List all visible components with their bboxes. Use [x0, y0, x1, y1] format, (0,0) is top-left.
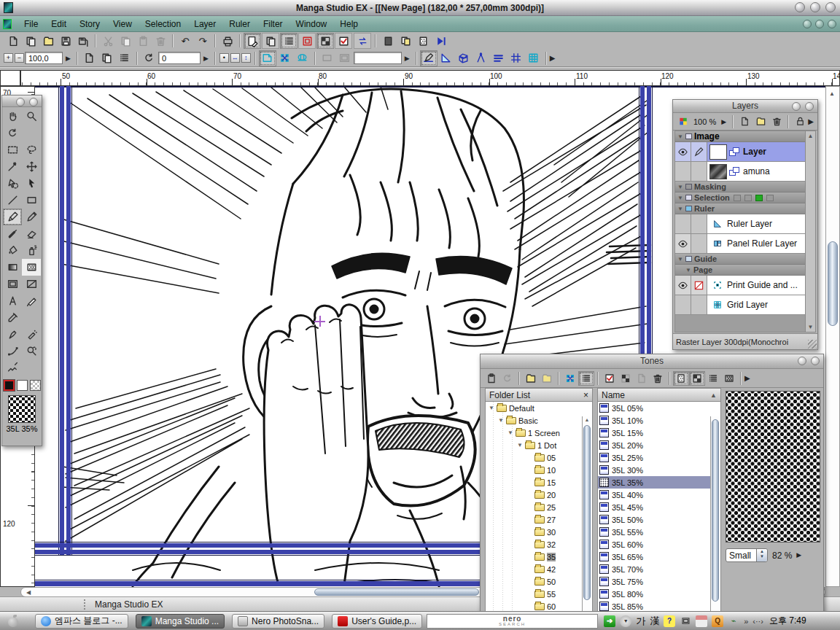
tool-loupe-select[interactable] [22, 343, 41, 359]
tool-correction[interactable] [22, 292, 41, 309]
tool-shape[interactable] [22, 192, 41, 209]
layers-collapse-button[interactable] [792, 102, 801, 111]
paste-tone-button[interactable] [483, 371, 499, 386]
toolbox-title-bar[interactable] [2, 96, 42, 107]
tone-pane-toggle-3[interactable] [705, 371, 721, 386]
tone-list-item[interactable]: 35L 20% [598, 439, 711, 451]
title-bar[interactable]: Manga Studio EX - [[New Page] (182,00 * … [0, 0, 840, 16]
expand-triangle-icon[interactable]: ▼ [498, 417, 504, 424]
tool-rotate-canvas[interactable] [3, 125, 22, 141]
layers-menu-arrow[interactable]: ▶ [808, 117, 814, 126]
taskbar-task-button[interactable]: Nero PhotoSna... [232, 614, 324, 629]
close-button[interactable] [825, 2, 836, 12]
language-bar-icon[interactable]: ➔ [604, 615, 615, 627]
undo-button[interactable]: ↶ [176, 33, 194, 49]
preview-menu-arrow[interactable]: ▶ [796, 551, 801, 560]
tone-list-item[interactable]: 35L 10% [598, 414, 711, 427]
tool-marquee[interactable] [3, 141, 22, 158]
toolbar-overflow-arrow[interactable]: ▶ [550, 53, 556, 63]
taskbar-task-button[interactable]: Manga Studio ... [136, 614, 225, 629]
tone-list-header[interactable]: Name ▲ [597, 388, 721, 402]
collapse-triangle-icon[interactable]: ▼ [677, 133, 683, 140]
story-pages-button[interactable] [397, 33, 414, 49]
layer-name[interactable]: Print Guide and ... [727, 280, 798, 290]
collapse-triangle-icon[interactable]: ▼ [685, 267, 691, 273]
lock-layer-button[interactable] [792, 114, 808, 129]
folder-tree-row[interactable]: ▼ 25 [486, 501, 583, 513]
tones-close-button[interactable] [811, 357, 820, 365]
toolbox-close-button[interactable] [29, 98, 38, 106]
draw-cell[interactable] [691, 162, 707, 181]
scroll-up-arrow[interactable]: ▲ [806, 131, 815, 139]
name-column-header[interactable]: Name [602, 390, 625, 400]
rotate-value-field[interactable]: 0 [158, 52, 201, 64]
ruler-pen-button[interactable] [420, 50, 438, 66]
menu-item[interactable]: View [106, 18, 139, 31]
zoom-menu-arrow[interactable]: ▶ [63, 55, 74, 62]
layer-name[interactable]: Grid Layer [727, 300, 768, 310]
cross-ruler-button[interactable] [508, 50, 525, 66]
layer-opacity-value[interactable]: 100 % [691, 117, 718, 126]
folder-tree-row[interactable]: ▼ 10 [486, 464, 583, 476]
taskbar-clock[interactable]: 오후 7:49 [769, 615, 806, 627]
tone-list-item[interactable]: 35L 45% [598, 501, 711, 513]
visibility-cell[interactable] [675, 162, 691, 181]
run-button[interactable] [432, 33, 449, 49]
ime-korean-indicator[interactable]: 가 [636, 615, 645, 628]
tool-magic-wand[interactable] [3, 158, 22, 175]
triangle-ruler-button[interactable] [438, 50, 455, 66]
layer-name[interactable]: Layer [743, 147, 766, 157]
menu-item[interactable]: Layer [187, 18, 222, 31]
list-view-button[interactable] [578, 371, 594, 386]
folder-tree-row[interactable]: ▼ 50 [486, 575, 583, 588]
tray-overflow-icon[interactable]: » [744, 617, 748, 626]
visibility-cell[interactable] [675, 234, 691, 253]
tone-list-item[interactable]: 35L 70% [598, 563, 711, 575]
visibility-cell[interactable] [675, 295, 691, 314]
copy-button[interactable] [117, 33, 134, 49]
tool-lasso[interactable] [22, 141, 41, 158]
taskbar-task-button[interactable]: 엠파스 블로그 -... [35, 614, 128, 629]
folder-tree-row[interactable]: ▼ 32 [486, 538, 583, 551]
expand-triangle-icon[interactable]: ▼ [517, 442, 523, 448]
snap-tone-button[interactable] [276, 50, 294, 66]
print-size-button[interactable] [116, 50, 133, 66]
tool-move[interactable] [22, 158, 41, 175]
thumbnail-view-button[interactable] [562, 371, 578, 386]
home-guard-icon[interactable] [696, 615, 707, 627]
ime-help-icon[interactable]: ? [664, 615, 675, 627]
tone-list-item[interactable]: 35L 30% [598, 464, 711, 476]
new-page-button[interactable] [4, 33, 22, 49]
tool-zoom[interactable] [22, 108, 41, 125]
tool-airbrush[interactable] [22, 242, 41, 259]
folder-tree-row[interactable]: ▼ 42 [486, 563, 583, 575]
maximize-button[interactable] [810, 2, 820, 12]
layer-row-ruler-layer[interactable]: Ruler Layer [675, 214, 805, 234]
folder-tree-row[interactable]: ▼ 1 Screen [486, 427, 583, 439]
new-folder-button[interactable] [752, 114, 769, 129]
tone-scroll-thumb[interactable] [712, 419, 719, 602]
layer-name[interactable]: amuna [743, 166, 770, 176]
collapse-triangle-icon[interactable]: ▼ [677, 184, 683, 190]
zoom-value-field[interactable]: 100,0 [25, 52, 63, 64]
selection-mini-button[interactable] [766, 195, 774, 201]
tool-gradient[interactable] [3, 259, 22, 276]
tone-list-item[interactable]: 35L 50% [598, 513, 711, 526]
folder-tree-scrollbar[interactable]: ▲ [582, 416, 591, 625]
apple-menu-icon[interactable] [6, 614, 20, 629]
list-view-button[interactable] [280, 33, 298, 49]
draw-cell[interactable] [691, 234, 707, 253]
materials-button[interactable] [414, 33, 432, 49]
rotate-menu-arrow[interactable]: ▶ [201, 55, 211, 62]
tone-list-item[interactable]: 35L 25% [598, 451, 711, 464]
layer-group-ruler[interactable]: ▼ Ruler [675, 203, 805, 214]
tree-scroll-thumb[interactable] [583, 425, 591, 600]
layer-row-panel-ruler[interactable]: Panel Ruler Layer [675, 234, 805, 254]
collapse-triangle-icon[interactable]: ▼ [677, 195, 683, 201]
selection-store-button[interactable] [755, 195, 763, 201]
flip-v-button[interactable]: ↕ [241, 53, 251, 63]
reset-view-button[interactable]: • [219, 53, 229, 63]
new-tone-button[interactable] [634, 371, 650, 386]
expand-triangle-icon[interactable]: ▼ [489, 405, 494, 411]
network-icon[interactable]: ‹··› [752, 617, 763, 626]
